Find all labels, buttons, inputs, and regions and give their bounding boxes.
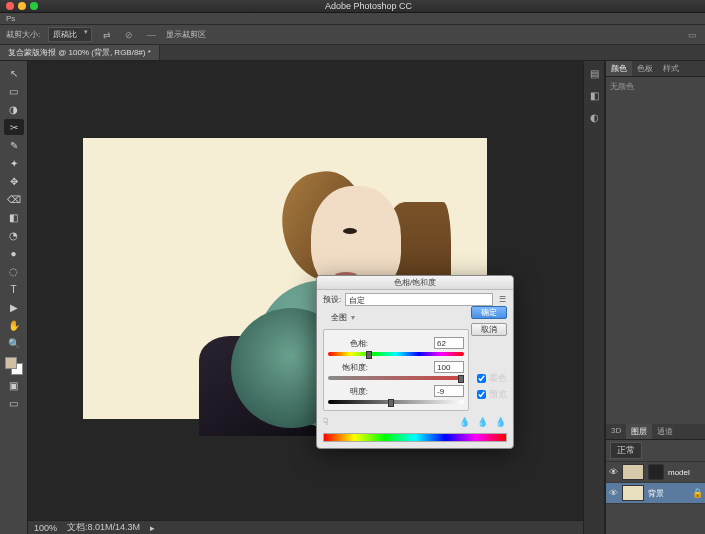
tab-swatches[interactable]: 色板 bbox=[632, 61, 658, 76]
hue-label: 色相: bbox=[328, 338, 368, 349]
spectrum-bar bbox=[323, 433, 507, 442]
marquee-tool[interactable]: ▭ bbox=[4, 83, 24, 99]
eyedropper-plus-icon[interactable]: 💧 bbox=[477, 417, 489, 427]
lightness-input[interactable] bbox=[434, 385, 464, 397]
pen-tool[interactable]: ◌ bbox=[4, 263, 24, 279]
lightness-label: 明度: bbox=[328, 386, 368, 397]
hand-icon[interactable]: ☟ bbox=[323, 417, 335, 427]
logo-placeholder: Ps bbox=[6, 14, 15, 23]
app-menubar: Ps bbox=[0, 13, 705, 25]
layer-name[interactable]: model bbox=[668, 468, 690, 477]
hand-tool[interactable]: ✋ bbox=[4, 317, 24, 333]
eraser-tool[interactable]: ⌫ bbox=[4, 191, 24, 207]
crop-aspect-select[interactable]: 原稿比 bbox=[48, 27, 92, 42]
doc-size: 文档:8.01M/14.3M bbox=[67, 521, 140, 534]
layer-thumbnail bbox=[622, 485, 644, 501]
close-window-button[interactable] bbox=[6, 2, 14, 10]
colorize-checkbox[interactable]: 着色 bbox=[477, 372, 507, 385]
path-tool[interactable]: ▶ bbox=[4, 299, 24, 315]
preset-label: 预设: bbox=[323, 294, 341, 305]
tab-color[interactable]: 颜色 bbox=[606, 61, 632, 76]
range-label: 全图 bbox=[331, 312, 347, 323]
layer-row[interactable]: 👁 model bbox=[606, 462, 705, 483]
preview-checkbox[interactable]: 预览 bbox=[477, 388, 507, 401]
color-swatch[interactable] bbox=[5, 357, 23, 375]
app-title: Adobe Photoshop CC bbox=[38, 1, 699, 11]
tab-channels[interactable]: 通道 bbox=[652, 424, 678, 439]
eyedropper-tool[interactable]: ✎ bbox=[4, 137, 24, 153]
document-tabbar: 复合蒙版海报 @ 100% (背景, RGB/8#) * bbox=[0, 45, 705, 61]
status-menu-icon[interactable]: ▸ bbox=[150, 523, 155, 533]
right-panels: 颜色 色板 样式 无颜色 3D 图层 通道 正常 👁 bbox=[605, 61, 705, 534]
mask-thumbnail bbox=[648, 464, 664, 480]
hue-saturation-dialog: 色相/饱和度 预设: 自定 ☰ 确定 取消 全图 ▾ 色相: bbox=[316, 275, 514, 449]
collapsed-panels-strip: ▤ ◧ ◐ bbox=[583, 61, 605, 534]
blend-mode-select[interactable]: 正常 bbox=[610, 442, 642, 459]
eyedropper-minus-icon[interactable]: 💧 bbox=[495, 417, 507, 427]
color-panel: 颜色 色板 样式 无颜色 bbox=[606, 61, 705, 181]
crop-tool[interactable]: ✂ bbox=[4, 119, 24, 135]
brush-tool[interactable]: ✦ bbox=[4, 155, 24, 171]
cancel-button[interactable]: 取消 bbox=[471, 323, 507, 336]
saturation-input[interactable] bbox=[434, 361, 464, 373]
visibility-icon[interactable]: 👁 bbox=[608, 467, 618, 477]
tab-layers[interactable]: 图层 bbox=[626, 424, 652, 439]
lasso-tool[interactable]: ◑ bbox=[4, 101, 24, 117]
workspace-switcher-icon[interactable]: ▭ bbox=[685, 28, 699, 42]
saturation-label: 饱和度: bbox=[328, 362, 368, 373]
tool-option-bar: 裁剪大小: 原稿比 ⇄ ⊘ — 显示裁剪区 ▭ bbox=[0, 25, 705, 45]
eyedropper-icon[interactable]: 💧 bbox=[459, 417, 471, 427]
ok-button[interactable]: 确定 bbox=[471, 306, 507, 319]
show-crop-label: 显示裁剪区 bbox=[166, 29, 206, 40]
color-panel-body: 无颜色 bbox=[606, 77, 705, 181]
lock-icon: 🔒 bbox=[692, 488, 703, 498]
visibility-icon[interactable]: 👁 bbox=[608, 488, 618, 498]
quickmask-toggle[interactable]: ▣ bbox=[4, 377, 24, 393]
tab-3d[interactable]: 3D bbox=[606, 424, 626, 439]
hue-input[interactable] bbox=[434, 337, 464, 349]
dialog-title: 色相/饱和度 bbox=[317, 276, 513, 290]
layer-thumbnail bbox=[622, 464, 644, 480]
preset-menu-icon[interactable]: ☰ bbox=[497, 295, 507, 305]
type-tool[interactable]: T bbox=[4, 281, 24, 297]
screenmode-toggle[interactable]: ▭ bbox=[4, 395, 24, 411]
dialog-buttons: 确定 取消 bbox=[471, 306, 507, 336]
document-tab[interactable]: 复合蒙版海报 @ 100% (背景, RGB/8#) * bbox=[0, 45, 160, 60]
gradient-tool[interactable]: ◧ bbox=[4, 209, 24, 225]
dodge-tool[interactable]: ● bbox=[4, 245, 24, 261]
tab-styles[interactable]: 样式 bbox=[658, 61, 684, 76]
layers-body: 正常 👁 model 👁 背景 🔒 bbox=[606, 440, 705, 534]
straighten-icon[interactable]: — bbox=[144, 28, 158, 42]
window-titlebar: Adobe Photoshop CC bbox=[0, 0, 705, 13]
adjustments-panel-icon[interactable]: ◐ bbox=[586, 109, 602, 125]
swap-icon[interactable]: ⇄ bbox=[100, 28, 114, 42]
hue-slider[interactable] bbox=[328, 352, 464, 358]
preset-select[interactable]: 自定 bbox=[345, 293, 493, 306]
zoom-window-button[interactable] bbox=[30, 2, 38, 10]
canvas-viewport[interactable]: 色相/饱和度 预设: 自定 ☰ 确定 取消 全图 ▾ 色相: bbox=[28, 61, 583, 534]
clear-icon[interactable]: ⊘ bbox=[122, 28, 136, 42]
stamp-tool[interactable]: ✥ bbox=[4, 173, 24, 189]
history-panel-icon[interactable]: ▤ bbox=[586, 65, 602, 81]
window-controls bbox=[6, 2, 38, 10]
saturation-slider[interactable] bbox=[328, 376, 464, 382]
layer-row[interactable]: 👁 背景 🔒 bbox=[606, 483, 705, 504]
crop-size-label: 裁剪大小: bbox=[6, 29, 40, 40]
layer-name[interactable]: 背景 bbox=[648, 488, 664, 499]
blur-tool[interactable]: ◔ bbox=[4, 227, 24, 243]
zoom-level[interactable]: 100% bbox=[34, 523, 57, 533]
layers-panel: 3D 图层 通道 正常 👁 model 👁 背景 bbox=[606, 424, 705, 534]
move-tool[interactable]: ↖ bbox=[4, 65, 24, 81]
dialog-footer: ☟ 💧 💧 💧 bbox=[317, 414, 513, 430]
properties-panel-icon[interactable]: ◧ bbox=[586, 87, 602, 103]
minimize-window-button[interactable] bbox=[18, 2, 26, 10]
foreground-color[interactable] bbox=[5, 357, 17, 369]
status-bar: 100% 文档:8.01M/14.3M ▸ bbox=[28, 520, 583, 534]
range-dropdown-icon[interactable]: ▾ bbox=[351, 313, 355, 322]
sliders-group: 色相: 饱和度: 明度: bbox=[323, 329, 469, 411]
main-area: ↖ ▭ ◑ ✂ ✎ ✦ ✥ ⌫ ◧ ◔ ● ◌ T ▶ ✋ 🔍 ▣ ▭ bbox=[0, 61, 705, 534]
tools-panel: ↖ ▭ ◑ ✂ ✎ ✦ ✥ ⌫ ◧ ◔ ● ◌ T ▶ ✋ 🔍 ▣ ▭ bbox=[0, 61, 28, 534]
zoom-tool[interactable]: 🔍 bbox=[4, 335, 24, 351]
lightness-slider[interactable] bbox=[328, 400, 464, 406]
